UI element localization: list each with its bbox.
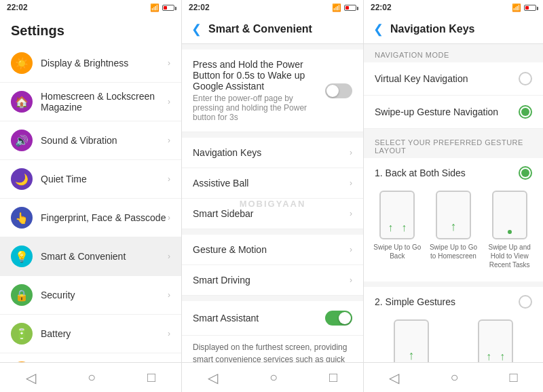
smart-content: MOBIGYAAN Press and Hold the Power Butto… [182,44,363,362]
smart-item-gesture[interactable]: Gesture & Motion › [182,235,363,265]
driving-chevron: › [350,275,352,285]
bottom-nav-2: ◁ ○ □ [182,362,363,392]
smart-section-power: Press and Hold the Power Button for 0.5s… [182,50,363,132]
home-nav-3[interactable]: ○ [450,370,458,385]
gesture-illus-2b: ↑ ↑ Swipe Up and Hold to View Recent Tas… [471,319,520,362]
driving-text: Smart Driving [193,275,350,286]
nav-option-swipe[interactable]: Swipe-up Gesture Navigation ▶ [364,96,543,129]
status-bar-3: 22:02 📶 [364,0,543,15]
smart-title: Smart & Convenient [208,23,312,35]
settings-item-smart[interactable]: 💡 Smart & Convenient › ◀ [0,237,181,276]
battery-icon-1 [162,5,174,11]
smart-item-navkeys[interactable]: Navigation Keys › ◀ [182,138,363,168]
battery-chevron: › [168,329,170,338]
smart-item-power[interactable]: Press and Hold the Power Button for 0.5s… [182,50,363,132]
settings-item-fingerprint[interactable]: 👆 Fingerprint, Face & Passcode › [0,199,181,237]
gesture-1-radio[interactable] [519,166,532,180]
smart-section-gesture: Gesture & Motion › Smart Driving › [182,235,363,296]
settings-item-quiettime[interactable]: 🌙 Quiet Time › [0,160,181,199]
time-3: 22:02 [371,3,392,12]
smart-item-assistant[interactable]: Smart Assistant [182,301,363,336]
bottom-nav-3: ◁ ○ □ [364,362,543,392]
arrow-up-icon-2b: ↑ [486,351,491,362]
phone-mock-1b: ↑ [436,191,471,239]
sim-icon: 📶 [150,3,160,12]
recent-nav-3[interactable]: □ [509,370,517,385]
swipe-label: Swipe-up Gesture Navigation [375,106,498,117]
navkeys-title: Navigation Keys [390,23,474,35]
navkeys-body: NAVIGATION MODE Virtual Key Navigation S… [364,44,543,362]
settings-list: ☀️ Display & Brightness › 🏠 Homescreen &… [0,44,181,362]
security-label: Security [41,290,168,300]
gesture-1-header: 1. Back at Both Sides [364,158,543,185]
battery-icon-3 [524,5,536,11]
power-subtext: Enter the power-off page by pressing and… [193,94,325,122]
gesture-illus-1a: ↑ ↑ Swipe Up to Go Back [373,191,422,269]
nav-option-virtual[interactable]: Virtual Key Navigation [364,62,543,96]
bottom-nav-1: ◁ ○ □ [0,362,181,392]
fingerprint-chevron: › [168,213,170,222]
gesture-illus-1c: Swipe Up and Hold to View Recent Tasks [485,191,534,269]
settings-item-security[interactable]: 🔒 Security › [0,276,181,315]
back-nav-3[interactable]: ◁ [389,370,399,386]
gesture-option-2: 2. Simple Gestures ↑ Swipe Up to Go to H… [364,287,543,362]
display-icon: ☀️ [11,52,33,74]
gesture-1-illustrations: ↑ ↑ Swipe Up to Go Back ↑ Swipe Up to Go… [364,185,543,275]
gesture-text: Gesture & Motion [193,244,350,255]
smart-back-button[interactable]: ❮ [191,22,202,37]
smart-item-driving[interactable]: Smart Driving › [182,265,363,296]
sidebar-text: Smart Sidebar [193,208,350,219]
fingerprint-label: Fingerprint, Face & Passcode [41,212,168,223]
phone-mock-2a: ↑ [394,319,429,362]
quiettime-label: Quiet Time [41,174,168,184]
virtual-radio[interactable] [519,72,532,85]
gesture-2-title: 2. Simple Gestures [375,296,455,307]
smart-section-nav: Navigation Keys › ◀ Assistive Ball › Sma… [182,138,363,229]
sound-icon: 🔊 [11,130,33,151]
security-chevron: › [168,290,170,300]
arrow-up-icon-2c: ↑ [500,351,505,362]
settings-title: Settings [0,15,181,44]
sound-label: Sound & Vibration [41,135,168,146]
settings-item-battery[interactable]: 🔋 Battery › [0,315,181,353]
gesture-2-header: 2. Simple Gestures [364,287,543,314]
status-icons-2: 📶 [332,3,356,12]
arrow-up-icon-2a: ↑ [409,349,415,362]
back-nav-2[interactable]: ◁ [208,370,218,386]
caption-1b: Swipe Up to Go to Homescreen [429,243,478,260]
navmode-label: NAVIGATION MODE [364,44,543,62]
display-chevron: › [168,58,170,68]
assistant-text: Smart Assistant [193,313,325,324]
gesture-2-illustrations: ↑ Swipe Up to Go to Homescreen ↑ ↑ Swipe… [364,314,543,362]
phone-mock-2b: ↑ ↑ [478,319,513,362]
battery-label: Battery [41,328,168,339]
navkeys-panel: 22:02 📶 ❮ Navigation Keys NAVIGATION MOD… [364,0,543,392]
settings-panel: 22:02 📶 Settings ☀️ Display & Brightness… [0,0,182,392]
recent-nav-1[interactable]: □ [147,370,155,385]
time-2: 22:02 [189,3,210,12]
gesture-2-radio[interactable] [519,295,532,309]
smart-chevron: › [168,252,170,261]
smart-item-assistive[interactable]: Assistive Ball › [182,168,363,199]
recent-nav-2[interactable]: □ [329,370,337,385]
assistant-toggle[interactable] [325,311,352,326]
settings-item-sound[interactable]: 🔊 Sound & Vibration › [0,121,181,160]
back-nav-1[interactable]: ◁ [26,370,36,386]
gesture-illus-2a: ↑ Swipe Up to Go to Homescreen [387,319,436,362]
home-nav-1[interactable]: ○ [88,370,96,385]
smart-panel: 22:02 📶 ❮ Smart & Convenient MOBIGYAAN P… [182,0,364,392]
arrow-left-icon: ↑ [388,222,393,234]
power-text: Press and Hold the Power Button for 0.5s… [193,59,325,92]
gesture-layout-label: SELECT YOUR PREFERRED GESTURE LAYOUT [364,132,543,158]
settings-item-homescreen[interactable]: 🏠 Homescreen & Lockscreen Magazine › [0,83,181,121]
home-nav-2[interactable]: ○ [269,370,278,385]
power-toggle[interactable] [325,83,352,98]
navkeys-back-button[interactable]: ❮ [373,22,383,37]
phone-mock-1c [492,191,527,239]
quiettime-icon: 🌙 [11,168,33,190]
swipe-radio[interactable] [519,105,532,119]
smart-item-sidebar[interactable]: Smart Sidebar › [182,199,363,229]
settings-item-language[interactable]: 🌐 Language & Region › [0,353,181,362]
quiettime-chevron: › [168,174,170,184]
settings-item-display[interactable]: ☀️ Display & Brightness › [0,44,181,83]
